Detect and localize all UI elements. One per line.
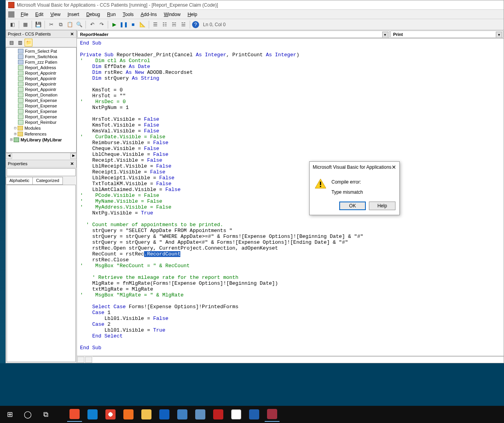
task-view-button[interactable]: ⧉ bbox=[38, 407, 53, 422]
break-button[interactable]: ❚❚ bbox=[119, 20, 128, 29]
design-mode-button[interactable]: 📐 bbox=[138, 20, 147, 29]
menu-insert[interactable]: Insert bbox=[64, 11, 82, 18]
system-menu-icon[interactable] bbox=[8, 11, 14, 18]
tree-folder[interactable]: ⊞References bbox=[7, 131, 75, 137]
undo-button[interactable]: ↶ bbox=[88, 20, 96, 29]
insert-button[interactable]: ▦ bbox=[21, 20, 30, 29]
menu-edit[interactable]: Edit bbox=[32, 11, 46, 18]
taskbar[interactable]: ⊞ ◯ ⧉ bbox=[0, 406, 504, 423]
help-button[interactable]: ? bbox=[192, 21, 199, 28]
properties-window-button[interactable]: ☷ bbox=[160, 20, 169, 29]
menu-window[interactable]: Window bbox=[161, 11, 184, 18]
toolbar: ◧ ▦ 💾 ✂ ⧉ 📋 🔍 ↶ ↷ ▶ ❚❚ ■ 📐 ☰ ☷ ☵ ☱ ? Ln … bbox=[6, 19, 504, 30]
tree-item[interactable]: Form_Switchboa bbox=[7, 54, 75, 59]
redo-button[interactable]: ↷ bbox=[97, 20, 106, 29]
tree-library[interactable]: ⊞MyLibrary (MyLibrar bbox=[7, 137, 75, 143]
scroll-left-icon[interactable]: ◀ bbox=[6, 153, 12, 159]
taskbar-app-generic3[interactable] bbox=[229, 407, 244, 422]
view-code-button[interactable]: ▤ bbox=[7, 39, 15, 46]
run-button[interactable]: ▶ bbox=[110, 20, 119, 29]
warning-icon bbox=[314, 178, 327, 189]
close-icon[interactable]: ✕ bbox=[392, 164, 396, 170]
taskbar-app-generic1[interactable] bbox=[175, 407, 190, 422]
dialog-title-text: Microsoft Visual Basic for Applications bbox=[313, 164, 392, 170]
toggle-folders-button[interactable]: 📁 bbox=[25, 39, 32, 46]
tree-item[interactable]: Report_Expense bbox=[7, 98, 75, 103]
menu-run[interactable]: Run bbox=[104, 11, 119, 18]
tree-item[interactable]: Form_zzz Patien bbox=[7, 59, 75, 65]
object-browser-button[interactable]: ☵ bbox=[170, 20, 178, 29]
taskbar-app-brave[interactable] bbox=[67, 407, 82, 422]
tree-item[interactable]: Report_Expense bbox=[7, 103, 75, 109]
search-button[interactable]: ◯ bbox=[20, 407, 35, 422]
taskbar-app-explorer[interactable] bbox=[139, 407, 154, 422]
view-object-button[interactable]: ▥ bbox=[16, 39, 24, 46]
view-access-button[interactable]: ◧ bbox=[8, 20, 17, 29]
taskbar-app-generic2[interactable] bbox=[193, 407, 208, 422]
chevron-down-icon[interactable]: ▾ bbox=[382, 32, 388, 38]
tree-hscroll[interactable]: ◀ ▶ bbox=[6, 153, 77, 159]
tab-alphabetic[interactable]: Alphabetic bbox=[6, 177, 32, 185]
dialog-titlebar[interactable]: Microsoft Visual Basic for Applications … bbox=[310, 162, 399, 173]
tree-item[interactable]: Report_Address bbox=[7, 65, 75, 70]
code-hscroll[interactable] bbox=[93, 356, 504, 363]
properties-grid[interactable] bbox=[7, 185, 76, 362]
tree-item[interactable]: Form_Select Pat bbox=[7, 48, 75, 54]
procedure-view-button[interactable] bbox=[77, 357, 84, 363]
start-button[interactable]: ⊞ bbox=[2, 407, 17, 422]
code-editor[interactable]: End Sub Private Sub ReportHeader_Print(C… bbox=[77, 39, 504, 356]
taskbar-app-outlook[interactable] bbox=[157, 407, 172, 422]
ok-button[interactable]: OK bbox=[339, 202, 366, 210]
full-module-view-button[interactable] bbox=[85, 357, 92, 363]
menu-help[interactable]: Help bbox=[184, 11, 200, 18]
menu-tools[interactable]: Tools bbox=[119, 11, 137, 18]
project-tree[interactable]: Form_Select PatForm_SwitchboaForm_zzz Pa… bbox=[6, 47, 77, 153]
toolbar-separator bbox=[85, 21, 86, 29]
project-panel-header[interactable]: Project - CCS Patients ✕ bbox=[6, 30, 77, 38]
close-icon[interactable]: ✕ bbox=[69, 31, 75, 37]
toolbar-separator bbox=[108, 21, 108, 29]
project-toolbar: ▤ ▥ 📁 bbox=[6, 38, 77, 47]
tree-item[interactable]: Report_Appointr bbox=[7, 76, 75, 81]
procedure-dropdown[interactable]: Print ▾ bbox=[390, 30, 503, 38]
titlebar[interactable]: Microsoft Visual Basic for Applications … bbox=[6, 0, 504, 10]
tree-item[interactable]: Report_Expense bbox=[7, 114, 75, 120]
properties-object-combo[interactable] bbox=[7, 168, 76, 176]
menu-file[interactable]: File bbox=[18, 11, 31, 18]
tree-item[interactable]: Report_Appointr bbox=[7, 70, 75, 76]
taskbar-app-firefox[interactable] bbox=[121, 407, 136, 422]
scroll-track[interactable] bbox=[12, 153, 70, 159]
svg-rect-2 bbox=[320, 186, 321, 187]
cut-button[interactable]: ✂ bbox=[47, 20, 55, 29]
toolbox-button[interactable]: ☱ bbox=[179, 20, 188, 29]
tree-item[interactable]: Report_Appointr bbox=[7, 87, 75, 92]
properties-panel-header[interactable]: Properties ✕ bbox=[6, 160, 77, 168]
tree-item[interactable]: Report_Reimbur bbox=[7, 120, 75, 125]
close-icon[interactable]: ✕ bbox=[69, 161, 75, 166]
tree-folder[interactable]: ⊟Modules bbox=[7, 125, 75, 131]
taskbar-app-acrobat[interactable] bbox=[211, 407, 226, 422]
tree-item[interactable]: Report_Expense bbox=[7, 109, 75, 114]
chevron-down-icon[interactable]: ▾ bbox=[496, 32, 502, 38]
paste-button[interactable]: 📋 bbox=[66, 20, 74, 29]
reset-button[interactable]: ■ bbox=[129, 20, 137, 29]
vba-editor-window: Microsoft Visual Basic for Applications … bbox=[5, 0, 504, 363]
tree-item[interactable]: Report_Appointr bbox=[7, 81, 75, 87]
taskbar-app-word[interactable] bbox=[247, 407, 262, 422]
taskbar-app-access[interactable] bbox=[265, 407, 280, 422]
tree-item[interactable]: Report_Donation bbox=[7, 92, 75, 98]
help-button[interactable]: Help bbox=[369, 202, 395, 210]
menu-addins[interactable]: Add-Ins bbox=[137, 11, 160, 18]
menu-debug[interactable]: Debug bbox=[83, 11, 103, 18]
object-dropdown[interactable]: ReportHeader ▾ bbox=[77, 30, 390, 38]
window-title: Microsoft Visual Basic for Applications … bbox=[17, 2, 218, 8]
tab-categorized[interactable]: Categorized bbox=[32, 177, 62, 185]
taskbar-app-chrome[interactable] bbox=[103, 407, 118, 422]
project-explorer-button[interactable]: ☰ bbox=[151, 20, 160, 29]
scroll-right-icon[interactable]: ▶ bbox=[70, 153, 77, 159]
copy-button[interactable]: ⧉ bbox=[56, 20, 65, 29]
save-button[interactable]: 💾 bbox=[34, 20, 43, 29]
find-button[interactable]: 🔍 bbox=[75, 20, 84, 29]
menu-view[interactable]: View bbox=[47, 11, 64, 18]
taskbar-app-edge[interactable] bbox=[85, 407, 100, 422]
